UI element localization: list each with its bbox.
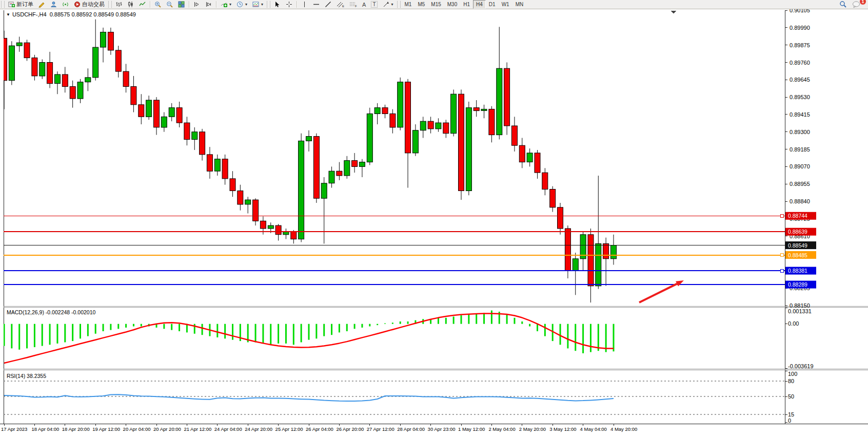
shapes-icon [383, 1, 389, 8]
svg-text:18 Apr 20:00: 18 Apr 20:00 [62, 426, 90, 432]
new-order-button[interactable]: 新订单 [6, 0, 36, 9]
svg-text:26 Apr 20:00: 26 Apr 20:00 [336, 426, 364, 432]
svg-text:50: 50 [788, 393, 794, 400]
svg-text:4 May 20:00: 4 May 20:00 [610, 426, 637, 432]
vertical-line-tool-button[interactable] [299, 0, 310, 9]
styler-button[interactable] [36, 0, 48, 9]
crosshair-icon [286, 1, 292, 8]
svg-text:0.88840: 0.88840 [790, 198, 810, 204]
hline-handle [780, 269, 783, 272]
zoom-in-button[interactable] [152, 0, 164, 9]
candles-layer [2, 20, 617, 302]
svg-text:0.88955: 0.88955 [790, 181, 810, 187]
chat-bubble-icon [852, 1, 860, 8]
zoom-out-button[interactable] [164, 0, 175, 9]
text-label-tool-button[interactable]: T [368, 0, 380, 9]
periods-button[interactable]: ▾ [234, 0, 250, 9]
bar-chart-icon [115, 1, 122, 8]
svg-text:0: 0 [788, 418, 791, 424]
horizontal-line-tool-button[interactable] [310, 0, 322, 9]
auto-trading-label: 自动交易 [82, 1, 105, 8]
chart-symbol: USDCHF-,H4 [12, 11, 47, 17]
chart-shift-icon [205, 1, 212, 8]
bar-chart-button[interactable] [113, 0, 125, 9]
auto-scroll-icon [193, 1, 200, 8]
timeframe-button-h1[interactable]: H1 [460, 0, 473, 9]
svg-text:0.00: 0.00 [788, 320, 799, 327]
macd-indicator-label: MACD(12,26,9) -0.002248 -0.002010 [7, 309, 95, 315]
svg-text:100: 100 [788, 371, 797, 377]
svg-text:20 Apr 20:00: 20 Apr 20:00 [153, 426, 181, 432]
channel-tag: E [342, 5, 344, 8]
indicators-button[interactable]: ▾ [218, 0, 234, 9]
publish-button[interactable] [48, 0, 60, 9]
signal-icon [62, 1, 69, 8]
timeframe-button-m1[interactable]: M1 [402, 0, 415, 9]
cursor-tool-button[interactable] [271, 0, 283, 9]
text-tool-button[interactable]: A [360, 0, 368, 9]
collapse-triangle-icon[interactable]: ▼ [6, 12, 10, 17]
auto-scroll-button[interactable] [191, 0, 203, 9]
toolbar-grip[interactable] [1, 1, 5, 8]
search-button[interactable] [837, 0, 850, 9]
arrow-annotation[interactable] [639, 280, 684, 302]
timeframe-button-h4[interactable]: H4 [473, 0, 486, 9]
chart-title: ▼USDCHF-,H4 0.88575 0.88592 0.88549 0.88… [6, 11, 136, 17]
person-icon [50, 1, 57, 8]
macd-layer [4, 311, 614, 364]
template-icon [252, 1, 259, 8]
svg-text:2 May 20:00: 2 May 20:00 [519, 426, 546, 432]
svg-text:80: 80 [788, 378, 794, 384]
chart-canvas[interactable]: 0.901050.899900.898750.897600.896450.895… [0, 0, 868, 436]
chart-shift-button[interactable] [203, 0, 214, 9]
main-toolbar: 新订单 自动交易 [0, 0, 868, 9]
svg-text:19 Apr 12:00: 19 Apr 12:00 [92, 426, 120, 432]
candlestick-chart-button[interactable] [125, 0, 136, 9]
mt4-window: { "toolbar": { "new_order_label": "新订单",… [0, 0, 868, 436]
fibonacci-tool-button[interactable]: F [347, 0, 360, 9]
svg-text:21 Apr 12:00: 21 Apr 12:00 [184, 426, 211, 432]
templates-button[interactable]: ▾ [250, 0, 266, 9]
svg-text:0.89300: 0.89300 [790, 129, 810, 135]
new-order-icon [8, 1, 15, 8]
toolbar-grip[interactable] [267, 1, 270, 8]
timeframe-button-mn[interactable]: MN [512, 0, 527, 9]
timeframe-button-d1[interactable]: D1 [486, 0, 499, 9]
toolbar-grip[interactable] [108, 1, 112, 8]
horizontal-line-icon [313, 1, 320, 8]
trendline-tool-button[interactable] [322, 0, 334, 9]
signal-button[interactable] [60, 0, 71, 9]
timeframe-button-w1[interactable]: W1 [499, 0, 512, 9]
crosshair-tool-button[interactable] [283, 0, 295, 9]
timeframe-button-m5[interactable]: M5 [415, 0, 428, 9]
shapes-tool-button[interactable]: ▾ [380, 0, 396, 9]
equidistant-channel-tool-button[interactable]: E [334, 0, 347, 9]
svg-text:28 Apr 04:00: 28 Apr 04:00 [397, 426, 425, 432]
svg-text:1 May 12:00: 1 May 12:00 [458, 426, 485, 432]
auto-trading-button[interactable]: 自动交易 [71, 0, 107, 9]
vertical-line-icon [301, 1, 308, 8]
svg-text:0.88549: 0.88549 [788, 242, 807, 249]
dropdown-caret-icon: ▾ [391, 2, 393, 7]
line-chart-button[interactable] [136, 0, 148, 9]
svg-text:0.88639: 0.88639 [788, 229, 807, 235]
zoom-out-icon [166, 1, 173, 8]
hline-handle [780, 214, 783, 217]
text-tool-icon: A [362, 2, 366, 8]
line-chart-icon [139, 1, 146, 8]
timeframe-button-m15[interactable]: M15 [428, 0, 444, 9]
svg-text:3 May 12:00: 3 May 12:00 [549, 426, 576, 432]
chat-button[interactable]: 1 [850, 0, 863, 9]
svg-text:30 Apr 23:00: 30 Apr 23:00 [428, 426, 456, 432]
horizontal-lines-layer[interactable] [4, 214, 785, 285]
svg-text:4 May 04:00: 4 May 04:00 [580, 426, 607, 432]
timeframe-button-m30[interactable]: M30 [444, 0, 460, 9]
dropdown-caret-icon: ▾ [261, 2, 263, 7]
zoom-in-icon [154, 1, 161, 8]
price-axis: 0.901050.899900.898750.897600.896450.895… [785, 7, 810, 309]
svg-text:0.88289: 0.88289 [788, 281, 807, 288]
toolbar-grip[interactable] [397, 1, 401, 8]
svg-text:0.89875: 0.89875 [790, 42, 810, 48]
tile-windows-button[interactable] [175, 0, 187, 9]
tile-windows-icon [178, 1, 185, 8]
